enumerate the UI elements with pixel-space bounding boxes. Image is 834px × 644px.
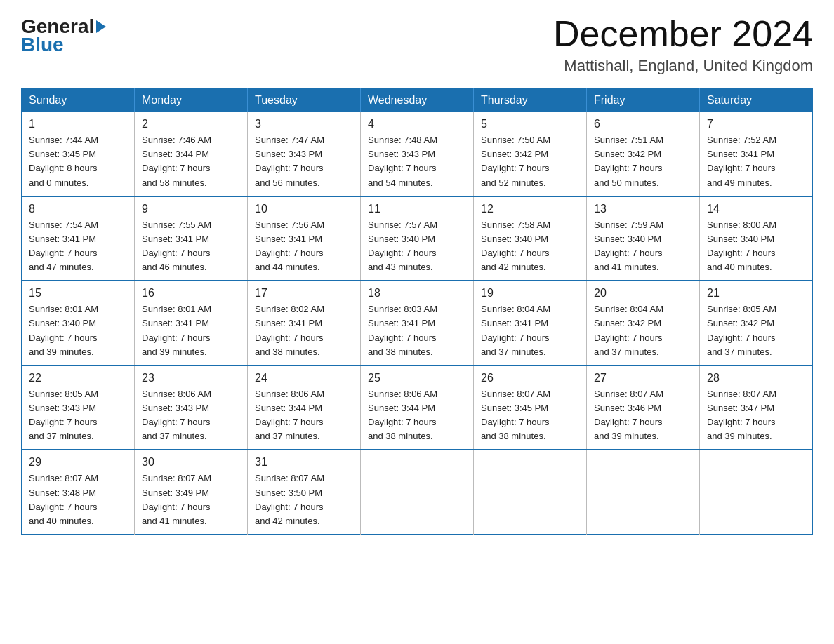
day-info: Sunrise: 7:46 AMSunset: 3:44 PMDaylight:…: [142, 133, 240, 190]
day-info: Sunrise: 7:58 AMSunset: 3:40 PMDaylight:…: [481, 218, 579, 275]
calendar-cell-w4-d4: 26 Sunrise: 8:07 AMSunset: 3:45 PMDaylig…: [474, 365, 587, 450]
calendar-cell-w2-d3: 11 Sunrise: 7:57 AMSunset: 3:40 PMDaylig…: [361, 196, 474, 281]
day-number: 21: [707, 287, 805, 300]
day-info: Sunrise: 7:44 AMSunset: 3:45 PMDaylight:…: [29, 133, 127, 190]
day-number: 31: [255, 456, 353, 469]
calendar-cell-w5-d6: [700, 450, 813, 534]
day-info: Sunrise: 7:55 AMSunset: 3:41 PMDaylight:…: [142, 218, 240, 275]
day-number: 30: [142, 456, 240, 469]
day-number: 4: [368, 118, 466, 130]
calendar-cell-w4-d2: 24 Sunrise: 8:06 AMSunset: 3:44 PMDaylig…: [248, 365, 361, 450]
day-number: 13: [594, 203, 692, 215]
day-number: 26: [481, 372, 579, 384]
calendar-week-1: 1 Sunrise: 7:44 AMSunset: 3:45 PMDayligh…: [22, 112, 813, 196]
location-subtitle: Mattishall, England, United Kingdom: [553, 57, 813, 75]
calendar-cell-w1-d3: 4 Sunrise: 7:48 AMSunset: 3:43 PMDayligh…: [361, 112, 474, 196]
day-number: 19: [481, 287, 579, 300]
day-number: 27: [594, 372, 692, 384]
day-number: 17: [255, 287, 353, 300]
day-number: 9: [142, 203, 240, 215]
day-info: Sunrise: 7:59 AMSunset: 3:40 PMDaylight:…: [594, 218, 692, 275]
day-info: Sunrise: 8:01 AMSunset: 3:41 PMDaylight:…: [142, 302, 240, 359]
day-number: 12: [481, 203, 579, 215]
day-number: 3: [255, 118, 353, 130]
col-tuesday: Tuesday: [248, 88, 361, 113]
day-number: 7: [707, 118, 805, 130]
calendar-cell-w1-d2: 3 Sunrise: 7:47 AMSunset: 3:43 PMDayligh…: [248, 112, 361, 196]
calendar-table: Sunday Monday Tuesday Wednesday Thursday…: [21, 88, 813, 535]
day-info: Sunrise: 8:07 AMSunset: 3:50 PMDaylight:…: [255, 471, 353, 528]
calendar-cell-w4-d5: 27 Sunrise: 8:07 AMSunset: 3:46 PMDaylig…: [587, 365, 700, 450]
day-info: Sunrise: 8:07 AMSunset: 3:48 PMDaylight:…: [29, 471, 127, 528]
day-number: 1: [29, 118, 127, 130]
title-block: December 2024 Mattishall, England, Unite…: [553, 14, 813, 75]
calendar-cell-w1-d5: 6 Sunrise: 7:51 AMSunset: 3:42 PMDayligh…: [587, 112, 700, 196]
calendar-cell-w4-d0: 22 Sunrise: 8:05 AMSunset: 3:43 PMDaylig…: [22, 365, 135, 450]
calendar-cell-w3-d0: 15 Sunrise: 8:01 AMSunset: 3:40 PMDaylig…: [22, 281, 135, 365]
day-info: Sunrise: 8:04 AMSunset: 3:42 PMDaylight:…: [594, 302, 692, 359]
day-number: 18: [368, 287, 466, 300]
calendar-cell-w2-d4: 12 Sunrise: 7:58 AMSunset: 3:40 PMDaylig…: [474, 196, 587, 281]
day-number: 11: [368, 203, 466, 215]
col-monday: Monday: [135, 88, 248, 113]
day-number: 5: [481, 118, 579, 130]
calendar-cell-w4-d3: 25 Sunrise: 8:06 AMSunset: 3:44 PMDaylig…: [361, 365, 474, 450]
logo-arrow-icon: [96, 20, 106, 33]
day-info: Sunrise: 7:56 AMSunset: 3:41 PMDaylight:…: [255, 218, 353, 275]
col-saturday: Saturday: [700, 88, 813, 113]
logo: General Blue: [21, 17, 106, 55]
calendar-cell-w5-d5: [587, 450, 700, 534]
day-info: Sunrise: 7:48 AMSunset: 3:43 PMDaylight:…: [368, 133, 466, 190]
calendar-cell-w5-d4: [474, 450, 587, 534]
day-info: Sunrise: 7:54 AMSunset: 3:41 PMDaylight:…: [29, 218, 127, 275]
day-number: 25: [368, 372, 466, 384]
calendar-cell-w5-d3: [361, 450, 474, 534]
col-wednesday: Wednesday: [361, 88, 474, 113]
page-header: General Blue December 2024 Mattishall, E…: [21, 14, 813, 75]
calendar-cell-w2-d5: 13 Sunrise: 7:59 AMSunset: 3:40 PMDaylig…: [587, 196, 700, 281]
day-number: 14: [707, 203, 805, 215]
day-info: Sunrise: 8:05 AMSunset: 3:43 PMDaylight:…: [29, 387, 127, 444]
day-info: Sunrise: 8:06 AMSunset: 3:44 PMDaylight:…: [368, 387, 466, 444]
calendar-cell-w1-d1: 2 Sunrise: 7:46 AMSunset: 3:44 PMDayligh…: [135, 112, 248, 196]
col-sunday: Sunday: [22, 88, 135, 113]
day-number: 16: [142, 287, 240, 300]
day-number: 28: [707, 372, 805, 384]
calendar-week-2: 8 Sunrise: 7:54 AMSunset: 3:41 PMDayligh…: [22, 196, 813, 281]
calendar-cell-w5-d0: 29 Sunrise: 8:07 AMSunset: 3:48 PMDaylig…: [22, 450, 135, 534]
calendar-header-row: Sunday Monday Tuesday Wednesday Thursday…: [22, 88, 813, 113]
month-year-title: December 2024: [553, 14, 813, 54]
col-thursday: Thursday: [474, 88, 587, 113]
day-info: Sunrise: 8:07 AMSunset: 3:47 PMDaylight:…: [707, 387, 805, 444]
day-number: 2: [142, 118, 240, 130]
day-info: Sunrise: 8:06 AMSunset: 3:43 PMDaylight:…: [142, 387, 240, 444]
day-info: Sunrise: 7:52 AMSunset: 3:41 PMDaylight:…: [707, 133, 805, 190]
calendar-cell-w2-d1: 9 Sunrise: 7:55 AMSunset: 3:41 PMDayligh…: [135, 196, 248, 281]
calendar-cell-w3-d4: 19 Sunrise: 8:04 AMSunset: 3:41 PMDaylig…: [474, 281, 587, 365]
day-number: 15: [29, 287, 127, 300]
day-number: 24: [255, 372, 353, 384]
calendar-cell-w1-d4: 5 Sunrise: 7:50 AMSunset: 3:42 PMDayligh…: [474, 112, 587, 196]
day-info: Sunrise: 8:01 AMSunset: 3:40 PMDaylight:…: [29, 302, 127, 359]
calendar-cell-w2-d2: 10 Sunrise: 7:56 AMSunset: 3:41 PMDaylig…: [248, 196, 361, 281]
calendar-cell-w3-d3: 18 Sunrise: 8:03 AMSunset: 3:41 PMDaylig…: [361, 281, 474, 365]
calendar-cell-w3-d5: 20 Sunrise: 8:04 AMSunset: 3:42 PMDaylig…: [587, 281, 700, 365]
calendar-week-3: 15 Sunrise: 8:01 AMSunset: 3:40 PMDaylig…: [22, 281, 813, 365]
logo-blue: Blue: [21, 35, 106, 55]
day-number: 10: [255, 203, 353, 215]
calendar-cell-w3-d6: 21 Sunrise: 8:05 AMSunset: 3:42 PMDaylig…: [700, 281, 813, 365]
day-number: 22: [29, 372, 127, 384]
day-info: Sunrise: 7:50 AMSunset: 3:42 PMDaylight:…: [481, 133, 579, 190]
day-info: Sunrise: 8:03 AMSunset: 3:41 PMDaylight:…: [368, 302, 466, 359]
day-info: Sunrise: 7:47 AMSunset: 3:43 PMDaylight:…: [255, 133, 353, 190]
calendar-cell-w2-d6: 14 Sunrise: 8:00 AMSunset: 3:40 PMDaylig…: [700, 196, 813, 281]
day-number: 23: [142, 372, 240, 384]
day-info: Sunrise: 7:51 AMSunset: 3:42 PMDaylight:…: [594, 133, 692, 190]
calendar-cell-w2-d0: 8 Sunrise: 7:54 AMSunset: 3:41 PMDayligh…: [22, 196, 135, 281]
calendar-cell-w1-d6: 7 Sunrise: 7:52 AMSunset: 3:41 PMDayligh…: [700, 112, 813, 196]
day-number: 20: [594, 287, 692, 300]
day-info: Sunrise: 8:07 AMSunset: 3:49 PMDaylight:…: [142, 471, 240, 528]
col-friday: Friday: [587, 88, 700, 113]
day-info: Sunrise: 7:57 AMSunset: 3:40 PMDaylight:…: [368, 218, 466, 275]
calendar-cell-w5-d1: 30 Sunrise: 8:07 AMSunset: 3:49 PMDaylig…: [135, 450, 248, 534]
